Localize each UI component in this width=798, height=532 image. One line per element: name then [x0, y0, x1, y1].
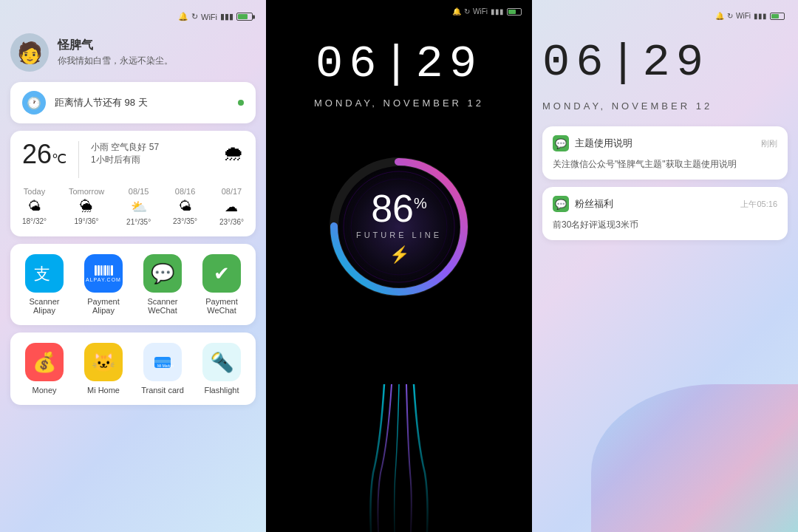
status-bar-left: 🔔 ↻ WiFi ▮▮▮: [10, 12, 256, 21]
notif-time-1: 刚刚: [761, 138, 777, 149]
notification-card-2: 💬 粉丝福利 上午05:16 前30名好评返现3米币: [542, 187, 788, 240]
quick-label-money: Money: [32, 386, 56, 395]
center-status-bar: 🔔 ↻ WiFi ▮▮▮: [266, 0, 532, 16]
right-date: MONDAY, NOVEMBER 12: [542, 100, 788, 112]
svg-rect-2: [154, 360, 171, 363]
app-payment-wechat[interactable]: ✔ PaymentWeChat: [195, 254, 248, 315]
quick-money[interactable]: 💰 Money: [18, 343, 71, 395]
transit-card-icon: Mi Market: [143, 343, 182, 381]
svg-text:Mi Market: Mi Market: [157, 364, 174, 368]
notification-card-1: 💬 主题使用说明 刚刚 关注微信公众号"怪脾气主题"获取主题使用说明: [542, 126, 788, 180]
battery-icon: [236, 13, 253, 21]
flashlight-icon: 🔦: [202, 343, 241, 381]
charging-container: 86% FUTURE LINE ⚡: [303, 123, 495, 330]
center-notification-icon: 🔔: [452, 7, 461, 16]
right-status-bar: 🔔 ↻ WiFi ▮▮▮: [542, 12, 788, 20]
wifi-icon: WiFi: [201, 13, 217, 21]
center-battery: [507, 8, 522, 16]
weather-desc1: 小雨 空气良好 57: [91, 141, 217, 154]
right-clock: 06|29: [542, 36, 788, 89]
wechat-notif-icon-2: 💬: [553, 196, 569, 212]
notification-icon: 🔔: [178, 12, 188, 21]
quick-mi-home[interactable]: 🐱 Mi Home: [77, 343, 130, 395]
money-icon: 💰: [25, 343, 64, 381]
app-scanner-wechat[interactable]: 💬 ScannerWeChat: [136, 254, 189, 315]
mi-home-icon: 🐱: [84, 343, 123, 381]
notif-header-1: 💬 主题使用说明 刚刚: [553, 135, 777, 151]
weather-temp: 26℃: [22, 141, 66, 168]
future-line-text: FUTURE LINE: [356, 231, 442, 239]
quick-label-transit: Transit card: [141, 386, 184, 395]
right-battery: [770, 13, 785, 20]
quick-actions-grid: 💰 Money 🐱 Mi Home Mi Market Transit card…: [10, 332, 256, 405]
profile-text: 怪脾气 你我情如白雪，永远不染尘。: [58, 38, 173, 67]
right-notification-icon: 🔔: [715, 12, 724, 20]
right-sync-icon: ↻: [727, 12, 733, 20]
profile-card: 🧑 怪脾气 你我情如白雪，永远不染尘。: [10, 30, 256, 75]
wechat-notif-icon-1: 💬: [553, 135, 569, 151]
quick-label-flashlight: Flashlight: [204, 386, 239, 395]
weather-rain-icon: 🌧: [223, 141, 244, 166]
notif-time-2: 上午05:16: [740, 199, 777, 210]
notif-app-1: 💬 主题使用说明: [553, 135, 632, 151]
weather-forecast: Today 🌤 18°/32° Tomorrow 🌦 19°/36° 08/15…: [22, 187, 244, 226]
quick-transit-card[interactable]: Mi Market Transit card: [136, 343, 189, 395]
app-label-scanner-alipay: ScannerAlipay: [30, 297, 60, 315]
center-wifi-icon: WiFi: [473, 7, 488, 16]
weather-desc2: 1小时后有雨: [91, 154, 217, 166]
notif-app-name-1: 主题使用说明: [575, 137, 632, 150]
app-payment-alipay[interactable]: ALPAY.COM PaymentAlipay: [77, 254, 130, 315]
wechat-payment-icon: ✔: [202, 254, 241, 293]
notif-content-2: 前30名好评返现3米币: [553, 218, 777, 231]
notif-app-2: 💬 粉丝福利: [553, 196, 613, 212]
left-panel: 🔔 ↻ WiFi ▮▮▮ 🧑 怪脾气 你我情如白雪，永远不染尘。 🕐 距离情人节…: [0, 0, 266, 532]
right-battery-icon: [770, 13, 785, 20]
reminder-clock-icon: 🕐: [22, 91, 46, 115]
reminder-card: 🕐 距离情人节还有 98 天: [10, 82, 256, 123]
alipay-payment-icon: ALPAY.COM: [84, 254, 123, 293]
reminder-dot: [238, 100, 244, 106]
app-label-payment-alipay: PaymentAlipay: [87, 297, 119, 315]
forecast-tomorrow: Tomorrow 🌦 19°/36°: [69, 187, 104, 226]
reminder-text: 距离情人节还有 98 天: [55, 96, 229, 109]
profile-motto: 你我情如白雪，永远不染尘。: [58, 55, 173, 67]
forecast-08-17: 08/17 ☁ 23°/36°: [219, 187, 244, 226]
notif-app-name-2: 粉丝福利: [575, 197, 613, 211]
forecast-08-15: 08/15 ⛅ 21°/35°: [126, 187, 151, 226]
app-label-scanner-wechat: ScannerWeChat: [148, 297, 178, 315]
cable-lines-svg: [266, 384, 532, 532]
quick-flashlight[interactable]: 🔦 Flashlight: [195, 343, 248, 395]
decorative-blob: [591, 384, 798, 532]
right-signal-icon: ▮▮▮: [754, 12, 767, 20]
app-label-payment-wechat: PaymentWeChat: [205, 297, 237, 315]
center-date: MONDAY, NOVEMBER 12: [314, 98, 484, 109]
weather-description: 小雨 空气良好 57 1小时后有雨: [91, 141, 217, 166]
center-battery-icon: [507, 8, 522, 16]
avatar: 🧑: [10, 33, 49, 72]
app-scanner-alipay[interactable]: 支 ScannerAlipay: [18, 254, 71, 315]
right-panel: 🔔 ↻ WiFi ▮▮▮ 06|29 MONDAY, NOVEMBER 12 💬…: [532, 0, 798, 532]
right-wifi-icon: WiFi: [736, 12, 751, 20]
weather-divider: [78, 141, 79, 178]
svg-text:支: 支: [34, 265, 50, 283]
alipay-scanner-icon: 支: [25, 254, 64, 293]
weather-card: 26℃ 小雨 空气良好 57 1小时后有雨 🌧 Today 🌤 18°/32° …: [10, 131, 256, 236]
forecast-08-16: 08/16 🌤 23°/35°: [173, 187, 197, 226]
profile-name: 怪脾气: [58, 38, 173, 53]
signal-icon: ▮▮▮: [220, 12, 233, 21]
notif-content-1: 关注微信公众号"怪脾气主题"获取主题使用说明: [553, 157, 777, 171]
sync-icon: ↻: [191, 12, 198, 21]
battery-percent-display: 86%: [371, 189, 427, 228]
bolt-icon: ⚡: [389, 245, 409, 265]
charging-info: 86% FUTURE LINE ⚡: [356, 189, 442, 265]
forecast-today: Today 🌤 18°/32°: [22, 187, 47, 226]
notif-header-2: 💬 粉丝福利 上午05:16: [553, 196, 777, 212]
apps-grid: 支 ScannerAlipay ALPAY.COM PaymentA: [10, 244, 256, 325]
center-signal-icon: ▮▮▮: [491, 7, 504, 16]
center-panel: 🔔 ↻ WiFi ▮▮▮ 06|29 MONDAY, NOVEMBER 12: [266, 0, 532, 532]
center-sync-icon: ↻: [464, 7, 470, 16]
wechat-scanner-icon: 💬: [143, 254, 182, 293]
quick-label-mi-home: Mi Home: [87, 386, 120, 395]
center-clock: 06|29: [316, 38, 482, 90]
